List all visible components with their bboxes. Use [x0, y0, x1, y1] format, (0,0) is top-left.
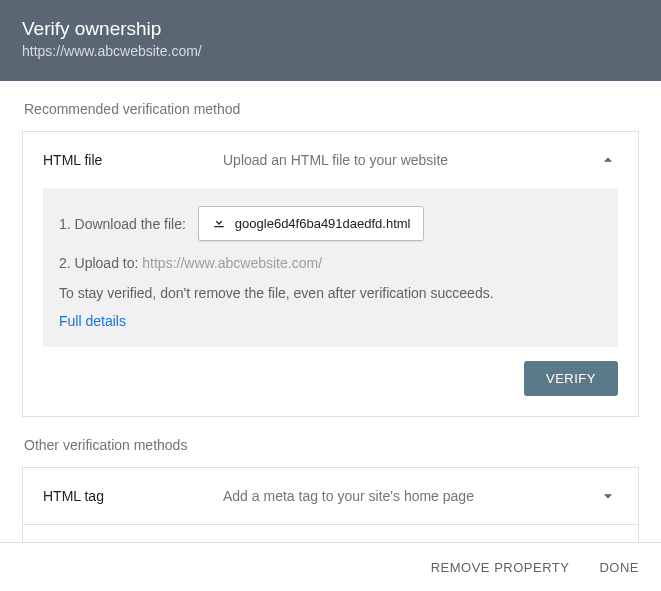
- other-section-label: Other verification methods: [24, 437, 639, 453]
- method-name: HTML tag: [43, 488, 223, 504]
- verify-button[interactable]: VERIFY: [524, 361, 618, 396]
- remove-property-button[interactable]: REMOVE PROPERTY: [431, 560, 570, 575]
- method-desc: Upload an HTML file to your website: [223, 152, 598, 168]
- step-2-prefix: 2. Upload to:: [59, 255, 142, 271]
- method-name: HTML file: [43, 152, 223, 168]
- download-file-button[interactable]: google6d4f6ba491daedfd.html: [198, 206, 424, 241]
- chevron-down-icon: [598, 486, 618, 506]
- method-desc: Add a meta tag to your site's home page: [223, 488, 598, 504]
- method-header-html-tag[interactable]: HTML tag Add a meta tag to your site's h…: [23, 468, 638, 524]
- verify-row: VERIFY: [23, 361, 638, 416]
- dialog-url: https://www.abcwebsite.com/: [22, 43, 639, 59]
- download-icon: [211, 214, 227, 233]
- step-2-url: https://www.abcwebsite.com/: [142, 255, 322, 271]
- dialog-header: Verify ownership https://www.abcwebsite.…: [0, 0, 661, 81]
- step-1-row: 1. Download the file: google6d4f6ba491da…: [59, 206, 602, 241]
- method-header-html-file[interactable]: HTML file Upload an HTML file to your we…: [23, 132, 638, 188]
- dialog-title: Verify ownership: [22, 18, 639, 40]
- chevron-up-icon: [598, 150, 618, 170]
- scroll-area[interactable]: Recommended verification method HTML fil…: [0, 81, 661, 547]
- dialog-footer: REMOVE PROPERTY DONE: [0, 542, 661, 591]
- done-button[interactable]: DONE: [599, 560, 639, 575]
- step-1-label: 1. Download the file:: [59, 216, 186, 232]
- method-body-html-file: 1. Download the file: google6d4f6ba491da…: [43, 188, 618, 347]
- method-card-html-file: HTML file Upload an HTML file to your we…: [22, 131, 639, 417]
- full-details-link[interactable]: Full details: [59, 313, 126, 329]
- recommended-section-label: Recommended verification method: [24, 101, 639, 117]
- download-filename: google6d4f6ba491daedfd.html: [235, 216, 411, 231]
- method-card-html-tag: HTML tag Add a meta tag to your site's h…: [22, 467, 639, 525]
- step-2-row: 2. Upload to: https://www.abcwebsite.com…: [59, 255, 602, 271]
- verification-note: To stay verified, don't remove the file,…: [59, 285, 602, 301]
